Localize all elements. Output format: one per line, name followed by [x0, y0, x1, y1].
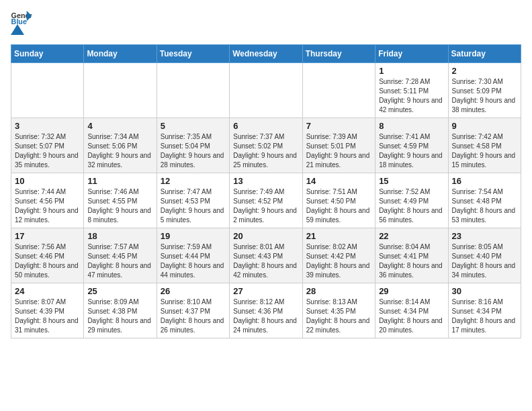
day-info: Sunrise: 8:10 AM Sunset: 4:37 PM Dayligh…	[161, 298, 226, 335]
calendar-cell: 14Sunrise: 7:51 AM Sunset: 4:50 PM Dayli…	[302, 173, 375, 228]
day-number: 20	[233, 231, 298, 241]
header-thursday: Thursday	[302, 45, 375, 63]
calendar-cell: 15Sunrise: 7:52 AM Sunset: 4:49 PM Dayli…	[375, 173, 448, 228]
calendar-week-row: 17Sunrise: 7:56 AM Sunset: 4:46 PM Dayli…	[11, 228, 521, 283]
calendar-cell	[302, 63, 375, 118]
day-number: 9	[452, 121, 517, 131]
day-info: Sunrise: 7:39 AM Sunset: 5:01 PM Dayligh…	[306, 132, 371, 170]
day-info: Sunrise: 7:54 AM Sunset: 4:48 PM Dayligh…	[452, 187, 517, 225]
day-number: 30	[452, 286, 517, 296]
calendar-cell: 1Sunrise: 7:28 AM Sunset: 5:11 PM Daylig…	[375, 63, 448, 118]
logo-icon: General Blue	[11, 11, 32, 24]
day-info: Sunrise: 7:59 AM Sunset: 4:44 PM Dayligh…	[161, 242, 226, 280]
logo-triangle-icon	[11, 23, 24, 36]
day-number: 26	[161, 286, 226, 296]
calendar-cell: 13Sunrise: 7:49 AM Sunset: 4:52 PM Dayli…	[230, 173, 302, 228]
day-number: 19	[161, 231, 226, 241]
calendar-cell: 11Sunrise: 7:46 AM Sunset: 4:55 PM Dayli…	[84, 173, 157, 228]
calendar-cell: 23Sunrise: 8:05 AM Sunset: 4:40 PM Dayli…	[448, 228, 521, 283]
calendar-cell	[230, 63, 302, 118]
day-info: Sunrise: 7:30 AM Sunset: 5:09 PM Dayligh…	[452, 77, 517, 115]
calendar-cell: 24Sunrise: 8:07 AM Sunset: 4:39 PM Dayli…	[11, 283, 84, 338]
day-info: Sunrise: 7:44 AM Sunset: 4:56 PM Dayligh…	[15, 187, 80, 225]
calendar-week-row: 24Sunrise: 8:07 AM Sunset: 4:39 PM Dayli…	[11, 283, 521, 338]
day-info: Sunrise: 8:12 AM Sunset: 4:36 PM Dayligh…	[233, 298, 298, 335]
day-number: 4	[87, 121, 152, 131]
day-info: Sunrise: 7:47 AM Sunset: 4:53 PM Dayligh…	[161, 187, 226, 225]
day-info: Sunrise: 8:09 AM Sunset: 4:38 PM Dayligh…	[87, 298, 152, 335]
day-number: 13	[233, 176, 298, 186]
day-number: 16	[452, 176, 517, 186]
day-info: Sunrise: 7:35 AM Sunset: 5:04 PM Dayligh…	[161, 132, 226, 170]
calendar-cell: 16Sunrise: 7:54 AM Sunset: 4:48 PM Dayli…	[448, 173, 521, 228]
logo: General Blue	[11, 11, 32, 36]
day-number: 25	[87, 286, 152, 296]
day-number: 1	[379, 66, 444, 76]
calendar-week-row: 1Sunrise: 7:28 AM Sunset: 5:11 PM Daylig…	[11, 63, 521, 118]
day-info: Sunrise: 8:02 AM Sunset: 4:42 PM Dayligh…	[306, 242, 371, 280]
calendar-cell: 29Sunrise: 8:14 AM Sunset: 4:34 PM Dayli…	[375, 283, 448, 338]
day-number: 17	[15, 231, 80, 241]
day-number: 10	[15, 176, 80, 186]
day-info: Sunrise: 7:34 AM Sunset: 5:06 PM Dayligh…	[87, 132, 152, 170]
calendar-cell: 3Sunrise: 7:32 AM Sunset: 5:07 PM Daylig…	[11, 118, 84, 173]
calendar-cell: 6Sunrise: 7:37 AM Sunset: 5:02 PM Daylig…	[230, 118, 302, 173]
calendar-cell: 5Sunrise: 7:35 AM Sunset: 5:04 PM Daylig…	[157, 118, 229, 173]
calendar-cell: 22Sunrise: 8:04 AM Sunset: 4:41 PM Dayli…	[375, 228, 448, 283]
calendar-cell: 27Sunrise: 8:12 AM Sunset: 4:36 PM Dayli…	[230, 283, 302, 338]
day-number: 6	[233, 121, 298, 131]
calendar-cell	[11, 63, 84, 118]
day-info: Sunrise: 7:37 AM Sunset: 5:02 PM Dayligh…	[233, 132, 298, 170]
day-info: Sunrise: 7:51 AM Sunset: 4:50 PM Dayligh…	[306, 187, 371, 225]
day-info: Sunrise: 7:41 AM Sunset: 4:59 PM Dayligh…	[379, 132, 444, 170]
day-number: 5	[161, 121, 226, 131]
day-number: 21	[306, 231, 371, 241]
calendar-week-row: 10Sunrise: 7:44 AM Sunset: 4:56 PM Dayli…	[11, 173, 521, 228]
day-info: Sunrise: 8:16 AM Sunset: 4:34 PM Dayligh…	[452, 298, 517, 335]
day-info: Sunrise: 8:13 AM Sunset: 4:35 PM Dayligh…	[306, 298, 371, 335]
header-friday: Friday	[375, 45, 448, 63]
calendar-cell: 18Sunrise: 7:57 AM Sunset: 4:45 PM Dayli…	[84, 228, 157, 283]
calendar-cell: 28Sunrise: 8:13 AM Sunset: 4:35 PM Dayli…	[302, 283, 375, 338]
day-info: Sunrise: 7:49 AM Sunset: 4:52 PM Dayligh…	[233, 187, 298, 225]
day-number: 2	[452, 66, 517, 76]
calendar-cell: 7Sunrise: 7:39 AM Sunset: 5:01 PM Daylig…	[302, 118, 375, 173]
calendar-cell: 19Sunrise: 7:59 AM Sunset: 4:44 PM Dayli…	[157, 228, 229, 283]
day-number: 24	[15, 286, 80, 296]
day-number: 14	[306, 176, 371, 186]
calendar-cell: 8Sunrise: 7:41 AM Sunset: 4:59 PM Daylig…	[375, 118, 448, 173]
day-info: Sunrise: 7:52 AM Sunset: 4:49 PM Dayligh…	[379, 187, 444, 225]
calendar-cell: 2Sunrise: 7:30 AM Sunset: 5:09 PM Daylig…	[448, 63, 521, 118]
day-number: 27	[233, 286, 298, 296]
day-info: Sunrise: 7:57 AM Sunset: 4:45 PM Dayligh…	[87, 242, 152, 280]
header-monday: Monday	[84, 45, 157, 63]
day-info: Sunrise: 8:01 AM Sunset: 4:43 PM Dayligh…	[233, 242, 298, 280]
day-number: 8	[379, 121, 444, 131]
calendar-week-row: 3Sunrise: 7:32 AM Sunset: 5:07 PM Daylig…	[11, 118, 521, 173]
logo-general	[11, 23, 27, 36]
day-info: Sunrise: 7:42 AM Sunset: 4:58 PM Dayligh…	[452, 132, 517, 170]
header-wednesday: Wednesday	[230, 45, 302, 63]
header: General Blue	[11, 11, 521, 36]
day-info: Sunrise: 8:04 AM Sunset: 4:41 PM Dayligh…	[379, 242, 444, 280]
day-number: 29	[379, 286, 444, 296]
calendar-cell: 21Sunrise: 8:02 AM Sunset: 4:42 PM Dayli…	[302, 228, 375, 283]
header-sunday: Sunday	[11, 45, 84, 63]
day-info: Sunrise: 8:05 AM Sunset: 4:40 PM Dayligh…	[452, 242, 517, 280]
header-saturday: Saturday	[448, 45, 521, 63]
calendar-cell: 26Sunrise: 8:10 AM Sunset: 4:37 PM Dayli…	[157, 283, 229, 338]
svg-marker-3	[11, 24, 24, 35]
calendar-cell	[157, 63, 229, 118]
day-number: 15	[379, 176, 444, 186]
calendar-header-row: SundayMondayTuesdayWednesdayThursdayFrid…	[11, 45, 521, 63]
day-number: 22	[379, 231, 444, 241]
calendar-cell: 12Sunrise: 7:47 AM Sunset: 4:53 PM Dayli…	[157, 173, 229, 228]
day-number: 3	[15, 121, 80, 131]
day-info: Sunrise: 7:32 AM Sunset: 5:07 PM Dayligh…	[15, 132, 80, 170]
day-number: 23	[452, 231, 517, 241]
header-tuesday: Tuesday	[157, 45, 229, 63]
day-info: Sunrise: 7:46 AM Sunset: 4:55 PM Dayligh…	[87, 187, 152, 225]
calendar-cell: 10Sunrise: 7:44 AM Sunset: 4:56 PM Dayli…	[11, 173, 84, 228]
day-number: 28	[306, 286, 371, 296]
calendar-cell: 9Sunrise: 7:42 AM Sunset: 4:58 PM Daylig…	[448, 118, 521, 173]
